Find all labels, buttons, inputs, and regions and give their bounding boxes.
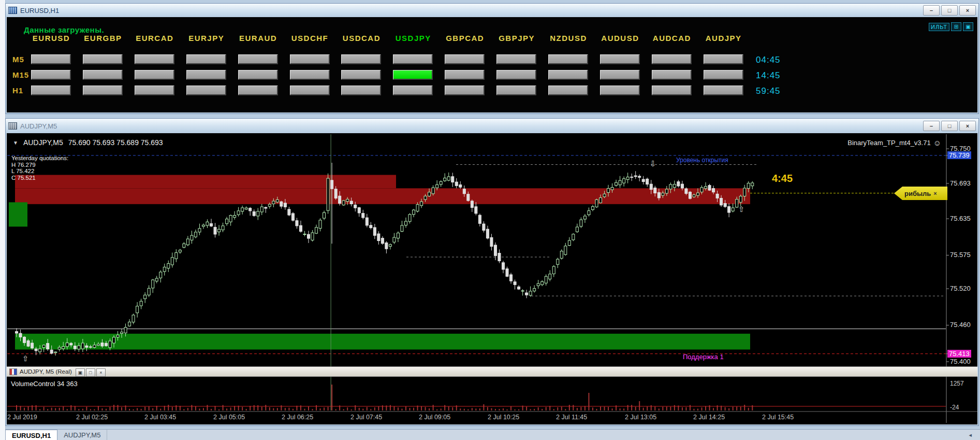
- signal-cell-usdjpy-m5[interactable]: [393, 54, 433, 64]
- signal-cell-usdjpy-m15[interactable]: [393, 70, 433, 80]
- corner-icon[interactable]: ▣: [963, 22, 973, 31]
- close-button[interactable]: ×: [959, 121, 976, 131]
- volume-indicator-label: VolumeControl 34 363: [11, 380, 78, 388]
- signal-cell-eurjpy-m15[interactable]: [186, 70, 226, 80]
- chart-tab-audjpy-m5[interactable]: AUDJPY,M5: [57, 430, 107, 440]
- window-titlebar-eurusd[interactable]: EURUSD,H1 – □ ×: [6, 4, 978, 17]
- window-title: EURUSD,H1: [20, 7, 59, 15]
- signal-cell-gbpjpy-m5[interactable]: [496, 54, 536, 64]
- close-icon[interactable]: ×: [933, 190, 937, 196]
- tab-scroll-arrow[interactable]: ◂: [969, 432, 972, 438]
- pair-label-gbpjpy: GBPJPY: [491, 34, 543, 42]
- signal-cell-eurjpy-h1[interactable]: [186, 86, 226, 95]
- signal-cell-audcad-m5[interactable]: [652, 54, 692, 64]
- pair-label-audjpy: AUDJPY: [698, 34, 750, 42]
- signal-cell-gbpjpy-m15[interactable]: [496, 70, 536, 80]
- signal-cell-nzdusd-m15[interactable]: [548, 70, 588, 80]
- pair-label-usdjpy: USDJPY: [387, 34, 439, 42]
- close-button[interactable]: ×: [959, 5, 976, 16]
- subwindow-title: AUDJPY, M5 (Real): [20, 368, 72, 375]
- maximize-button[interactable]: □: [941, 121, 958, 131]
- window-titlebar-audjpy[interactable]: AUDJPY,M5 – □ ×: [6, 119, 978, 133]
- signal-cell-eurusd-m5[interactable]: [31, 54, 71, 64]
- countdown-m5: 04:45: [756, 55, 781, 65]
- minimize-button[interactable]: –: [923, 5, 940, 16]
- arrow-down-icon: ⇩: [650, 159, 656, 168]
- window-eurusd-h1: EURUSD,H1 – □ × Данные загружены. ИЛЬТ ⊞…: [5, 3, 979, 114]
- pair-label-eurusd: EURUSD: [25, 34, 77, 42]
- signal-cell-eurusd-m15[interactable]: [31, 70, 71, 80]
- signal-cell-gbpcad-h1[interactable]: [445, 86, 485, 95]
- maximize-button[interactable]: □: [941, 5, 958, 16]
- signal-cell-usdchf-m5[interactable]: [290, 54, 330, 64]
- indicator-window-icon: [9, 368, 17, 375]
- timeframe-label-m5: M5: [12, 55, 24, 64]
- chart-tab-eurusd-h1[interactable]: EURUSD,H1: [5, 430, 57, 440]
- signal-cell-audjpy-m15[interactable]: [704, 70, 743, 80]
- chart-ohlc-values: 75.690 75.693 75.689 75.693: [68, 138, 163, 147]
- signal-cell-eurcad-h1[interactable]: [135, 86, 174, 95]
- price-scale-label: 75.635: [950, 215, 971, 222]
- signal-cell-usdchf-h1[interactable]: [290, 86, 330, 95]
- mt4-workspace: EURUSD,H1 – □ × Данные загружены. ИЛЬТ ⊞…: [0, 0, 980, 440]
- signal-dashboard: Данные загружены. ИЛЬТ ⊞▣ EURUSDEURGBPEU…: [7, 17, 977, 112]
- signal-cell-usdjpy-h1[interactable]: [393, 86, 433, 95]
- countdown-h1: 59:45: [756, 86, 781, 96]
- signal-cell-nzdusd-h1[interactable]: [548, 86, 588, 95]
- smiley-icon: ☺: [933, 138, 941, 147]
- signal-cell-eurgbp-m5[interactable]: [83, 54, 123, 64]
- timeframe-label-m15: M15: [12, 70, 29, 79]
- price-scale-label: 75.739: [947, 151, 971, 159]
- signal-cell-audjpy-m5[interactable]: [704, 54, 743, 64]
- signal-cell-usdchf-m15[interactable]: [290, 70, 330, 80]
- signal-cell-eurgbp-m15[interactable]: [83, 70, 123, 80]
- signal-cell-gbpcad-m15[interactable]: [445, 70, 485, 80]
- price-scale-label: 75.693: [950, 179, 971, 187]
- price-scale-label: 75.460: [950, 321, 971, 329]
- signal-cell-euraud-h1[interactable]: [238, 86, 278, 95]
- signal-cell-usdcad-h1[interactable]: [341, 86, 381, 95]
- subwindow-close-icon[interactable]: ×: [96, 368, 106, 377]
- pair-label-usdcad: USDCAD: [335, 34, 387, 42]
- signal-cell-gbpjpy-h1[interactable]: [496, 86, 536, 95]
- candle-countdown: 4:45: [772, 173, 793, 184]
- signal-cell-euraud-m15[interactable]: [238, 70, 278, 80]
- chart-area[interactable]: ▼ AUDJPY,M5 75.690 75.693 75.689 75.693 …: [7, 133, 977, 424]
- volume-subwindow-titlebar[interactable]: AUDJPY, M5 (Real) ▣□×: [7, 366, 977, 377]
- signal-cell-audjpy-h1[interactable]: [704, 86, 743, 95]
- indicator-watermark: BinaryTeam_TP_mt4_v3.71 ☺: [847, 138, 941, 147]
- signal-cell-eurcad-m15[interactable]: [135, 70, 174, 80]
- price-scale-label: 75.413: [947, 350, 971, 358]
- signal-cell-eurgbp-h1[interactable]: [83, 86, 123, 95]
- signal-cell-nzdusd-m5[interactable]: [548, 54, 588, 64]
- profit-banner[interactable]: рибыль ×: [894, 187, 947, 200]
- signal-cell-usdcad-m5[interactable]: [341, 54, 381, 64]
- pair-label-audcad: AUDCAD: [646, 34, 698, 42]
- signal-cell-audusd-m5[interactable]: [600, 54, 640, 64]
- signal-cell-eurjpy-m5[interactable]: [186, 54, 226, 64]
- price-scale-label: 75.520: [950, 285, 971, 292]
- signal-cell-euraud-m5[interactable]: [238, 54, 278, 64]
- support-zone-label: Поддержка 1: [683, 353, 724, 361]
- arrow-up-icon: ⇧: [22, 354, 29, 363]
- signal-cell-audusd-h1[interactable]: [600, 86, 640, 95]
- signal-cell-audcad-h1[interactable]: [652, 86, 692, 95]
- yesterday-quotations: Yesterday quotations: H 76.279 L 75.422 …: [11, 155, 68, 181]
- time-axis-label: 2 Jul 07:45: [350, 414, 382, 421]
- status-text: Данные загружены.: [24, 25, 104, 34]
- signal-cell-audusd-m15[interactable]: [600, 70, 640, 80]
- signal-cell-audcad-m15[interactable]: [652, 70, 692, 80]
- subwindow-maximize-icon[interactable]: □: [86, 368, 95, 377]
- collapse-arrow-icon[interactable]: ▼: [13, 140, 18, 146]
- corner-icon[interactable]: ⊞: [951, 22, 961, 31]
- signal-cell-eurusd-h1[interactable]: [31, 86, 71, 95]
- signal-cell-usdcad-m15[interactable]: [341, 70, 381, 80]
- time-axis-label: 2 Jul 15:45: [762, 414, 794, 421]
- minimize-button[interactable]: –: [923, 121, 940, 131]
- price-scale-label: 75.400: [950, 358, 971, 365]
- subwindow-restore-icon[interactable]: ▣: [76, 368, 85, 377]
- signal-cell-gbpcad-m5[interactable]: [445, 54, 485, 64]
- time-axis-label: 2 Jul 05:05: [213, 414, 245, 421]
- corner-toolbar: ИЛЬТ ⊞▣: [929, 22, 973, 31]
- signal-cell-eurcad-m5[interactable]: [135, 54, 174, 64]
